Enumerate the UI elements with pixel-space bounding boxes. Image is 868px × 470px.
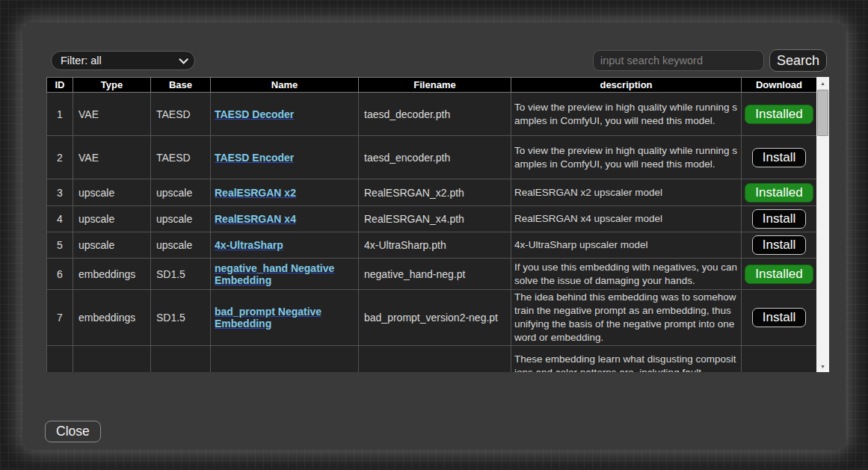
scrollbar-thumb[interactable] (817, 90, 828, 136)
install-button[interactable]: Install (752, 148, 806, 167)
row-type: upscale (73, 206, 151, 232)
row-id: 1 (47, 93, 73, 136)
table-scrollbar[interactable]: ▲ ▼ (816, 77, 829, 372)
row-base (151, 345, 211, 372)
header-type: Type (73, 78, 151, 93)
row-id (47, 345, 73, 372)
table-row: 5 upscale upscale 4x-UltraSharp 4x-Ultra… (47, 232, 817, 259)
row-base: TAESD (151, 93, 211, 136)
install-models-dialog: Filter: all Search ID Type Base Name Fil… (22, 22, 846, 450)
installed-button[interactable]: Installed (745, 183, 813, 202)
header-description: description (511, 78, 742, 93)
row-filename: taesd_decoder.pth (359, 93, 511, 136)
row-filename: bad_prompt_version2-neg.pt (359, 290, 511, 346)
row-type: VAE (73, 93, 151, 136)
row-base: TAESD (151, 136, 211, 179)
row-base: SD1.5 (151, 290, 211, 346)
table-row: 2 VAE TAESD TAESD Encoder taesd_encoder.… (47, 136, 817, 179)
row-base: SD1.5 (151, 259, 211, 290)
table-row: 7 embeddings SD1.5 bad_prompt Negative E… (47, 290, 817, 346)
row-description: 4x-UltraSharp upscaler model (511, 232, 742, 259)
row-id: 6 (47, 259, 73, 290)
model-name-link[interactable]: RealESRGAN x4 (215, 213, 296, 225)
table-header-row: ID Type Base Name Filename description D… (47, 78, 817, 93)
row-id: 5 (47, 232, 73, 259)
row-description: These embedding learn what disgusting co… (511, 345, 742, 372)
row-description: To view the preview in high quality whil… (511, 93, 742, 136)
header-name: Name (211, 78, 359, 93)
row-type: upscale (73, 179, 151, 206)
row-id: 4 (47, 206, 73, 232)
row-base: upscale (151, 232, 211, 259)
filter-select[interactable]: Filter: all (51, 51, 195, 70)
install-button[interactable]: Install (752, 209, 806, 229)
model-name-link[interactable]: TAESD Encoder (215, 152, 294, 164)
install-button[interactable]: Install (752, 308, 806, 327)
row-description: If you use this embedding with negatives… (511, 259, 742, 290)
row-filename: taesd_encoder.pth (359, 136, 511, 179)
models-table: ID Type Base Name Filename description D… (46, 77, 816, 372)
installed-button[interactable]: Installed (745, 265, 813, 284)
row-filename (359, 345, 511, 372)
row-id: 2 (47, 136, 73, 179)
chevron-down-icon (179, 55, 188, 64)
search-input[interactable] (593, 50, 764, 71)
header-id: ID (47, 78, 73, 93)
row-type: VAE (73, 136, 151, 179)
row-id: 7 (47, 290, 73, 346)
row-type: embeddings (73, 290, 151, 346)
row-type: upscale (73, 232, 151, 259)
row-description: The idea behind this embedding was to so… (511, 290, 742, 346)
row-description: RealESRGAN x2 upscaler model (511, 179, 742, 206)
scroll-up-icon[interactable]: ▲ (816, 77, 829, 89)
table-row: These embedding learn what disgusting co… (47, 345, 817, 372)
table-row: 4 upscale upscale RealESRGAN x4 RealESRG… (47, 206, 817, 232)
header-filename: Filename (359, 78, 511, 93)
search-button[interactable]: Search (769, 49, 827, 72)
row-type: embeddings (73, 259, 151, 290)
row-type (73, 345, 151, 372)
model-name-link[interactable]: RealESRGAN x2 (215, 187, 296, 199)
row-id: 3 (47, 179, 73, 206)
scroll-down-icon[interactable]: ▼ (816, 360, 829, 372)
row-description: To view the preview in high quality whil… (511, 136, 742, 179)
table-row: 3 upscale upscale RealESRGAN x2 RealESRG… (47, 179, 817, 206)
row-description: RealESRGAN x4 upscaler model (511, 206, 742, 232)
model-name-link[interactable]: 4x-UltraSharp (215, 239, 283, 251)
install-button[interactable]: Install (752, 235, 806, 255)
row-base: upscale (151, 179, 211, 206)
row-base: upscale (151, 206, 211, 232)
filter-select-value: Filter: all (61, 55, 179, 67)
row-filename: negative_hand-neg.pt (359, 259, 511, 290)
model-name-link[interactable]: TAESD Decoder (215, 108, 294, 120)
model-name-link[interactable]: negative_hand Negative Embedding (215, 262, 334, 286)
table-row: 1 VAE TAESD TAESD Decoder taesd_decoder.… (47, 93, 817, 136)
row-filename: RealESRGAN_x4.pth (359, 206, 511, 232)
models-table-viewport: ID Type Base Name Filename description D… (46, 77, 816, 372)
close-button[interactable]: Close (45, 421, 101, 442)
table-row: 6 embeddings SD1.5 negative_hand Negativ… (47, 259, 817, 290)
installed-button[interactable]: Installed (745, 105, 813, 124)
model-name-link[interactable]: bad_prompt Negative Embedding (215, 306, 321, 330)
header-download: Download (742, 78, 817, 93)
header-base: Base (151, 78, 211, 93)
row-filename: RealESRGAN_x2.pth (359, 179, 511, 206)
row-filename: 4x-UltraSharp.pth (359, 232, 511, 259)
